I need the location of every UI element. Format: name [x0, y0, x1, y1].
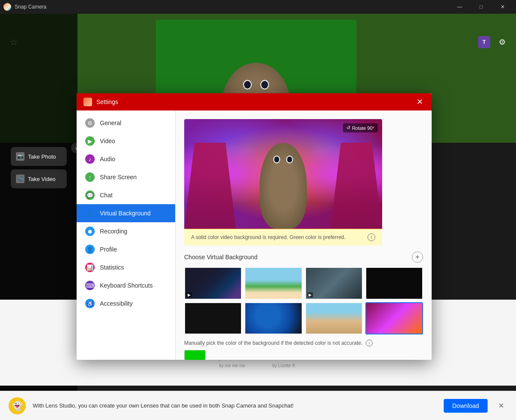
- download-button[interactable]: Download: [444, 399, 488, 413]
- settings-nav-share-screen[interactable]: ↑ Share Screen: [77, 168, 175, 186]
- lens-studio-icon: 👻: [9, 397, 26, 414]
- general-icon: ⚙: [85, 118, 95, 128]
- audio-label: Audio: [100, 156, 115, 162]
- vbg-black: [185, 303, 241, 334]
- close-button[interactable]: ✕: [493, 0, 513, 14]
- settings-nav-keyboard-shortcuts[interactable]: ⌨ Keyboard Shortcuts: [77, 276, 175, 294]
- vbg-earth: [245, 303, 301, 334]
- accessibility-icon: ♿: [85, 299, 95, 308]
- settings-nav-recording[interactable]: ⏺ Recording: [77, 222, 175, 240]
- take-video-label: Take Video: [28, 176, 56, 182]
- app-title: Snap Camera: [15, 4, 46, 10]
- twitch-button[interactable]: T: [478, 36, 490, 48]
- virtual-background-grid: ▶ ▶: [184, 267, 423, 334]
- settings-nav-accessibility[interactable]: ♿ Accessibility: [77, 294, 175, 313]
- maximize-button[interactable]: □: [471, 0, 491, 14]
- recording-label: Recording: [100, 228, 127, 235]
- chat-label: Chat: [100, 192, 113, 199]
- vbg-thumb-4[interactable]: [184, 302, 242, 335]
- video-indicator-2: ▶: [307, 292, 313, 297]
- profile-icon: 👤: [85, 245, 95, 254]
- settings-modal: Settings ✕ ⚙ General ▶ Video ♪ Audio: [77, 93, 432, 360]
- warning-bar: A solid color video background is requir…: [184, 229, 382, 245]
- recording-icon: ⏺: [85, 227, 95, 236]
- vbg-thumb-6[interactable]: [305, 302, 363, 335]
- settings-logo-icon: [83, 98, 92, 106]
- settings-nav-chat[interactable]: 💬 Chat: [77, 186, 175, 204]
- potato-eyes: [243, 80, 269, 89]
- potato-eye-left: [243, 80, 252, 89]
- settings-close-button[interactable]: ✕: [414, 97, 425, 107]
- left-figure: [184, 143, 236, 229]
- rotate-icon: ↺: [346, 125, 350, 131]
- notification-bar: 👻 With Lens Studio, you can create your …: [0, 391, 516, 420]
- center-potato-figure: [260, 143, 307, 229]
- take-photo-label: Take Photo: [28, 153, 56, 160]
- color-swatch-container: [184, 350, 423, 360]
- color-info-icon[interactable]: i: [366, 340, 373, 346]
- vbg-thumb-3[interactable]: [365, 267, 423, 300]
- virtual-background-icon: 👤: [85, 208, 95, 218]
- vbg-thumb-1[interactable]: [244, 267, 302, 300]
- notification-text: With Lens Studio, you can create your ow…: [33, 402, 437, 409]
- settings-nav-profile[interactable]: 👤 Profile: [77, 240, 175, 258]
- virtual-background-label: Virtual Background: [100, 210, 151, 217]
- vbg-beach: [245, 268, 301, 299]
- settings-content-area: ↺ Rotate 90° A solid color video backgro…: [176, 110, 432, 360]
- settings-header: Settings ✕: [77, 93, 432, 110]
- vbg-dark: [366, 268, 422, 299]
- video-label: Video: [100, 138, 115, 144]
- title-bar-left: Snap Camera: [3, 3, 46, 11]
- choose-vbg-header: Choose Virtual Background +: [184, 251, 423, 263]
- settings-nav-virtual-background[interactable]: 👤 Virtual Background: [77, 204, 175, 222]
- camera-icon: 📷: [16, 152, 25, 161]
- warning-text: A solid color video background is requir…: [191, 234, 346, 240]
- settings-nav-audio[interactable]: ♪ Audio: [77, 150, 175, 168]
- color-picker-row: Manually pick the color of the backgroun…: [184, 340, 423, 346]
- warning-info-icon[interactable]: i: [368, 233, 375, 241]
- preview-figures: [184, 143, 382, 229]
- statistics-icon: 📊: [85, 263, 95, 272]
- rotate-button[interactable]: ↺ Rotate 90°: [343, 123, 378, 132]
- profile-label: Profile: [100, 246, 117, 253]
- vbg-active: [366, 303, 422, 334]
- settings-title: Settings: [96, 98, 118, 105]
- keyboard-shortcuts-label: Keyboard Shortcuts: [100, 282, 153, 289]
- settings-body: ⚙ General ▶ Video ♪ Audio ↑ Share Screen…: [77, 110, 432, 360]
- rotate-label: Rotate 90°: [352, 126, 374, 131]
- settings-nav-general[interactable]: ⚙ General: [77, 114, 175, 132]
- vbg-thumb-7[interactable]: [365, 302, 423, 335]
- settings-nav-statistics[interactable]: 📊 Statistics: [77, 258, 175, 276]
- settings-nav-video[interactable]: ▶ Video: [77, 132, 175, 150]
- lens-author-1: by Lizette ®: [272, 363, 295, 368]
- app-body: ☆ T ⚙ ∨ 📷 Take Photo 📹 Take Video potato…: [0, 14, 516, 420]
- vbg-thumb-2[interactable]: ▶: [305, 267, 363, 300]
- notification-close-button[interactable]: ✕: [494, 399, 507, 412]
- statistics-label: Statistics: [100, 264, 124, 271]
- virtual-background-preview-container: ↺ Rotate 90° A solid color video backgro…: [184, 119, 382, 245]
- keyboard-icon: ⌨: [85, 281, 95, 290]
- general-label: General: [100, 120, 121, 126]
- add-background-button[interactable]: +: [412, 251, 423, 263]
- vbg-thumb-5[interactable]: [244, 302, 302, 335]
- video-nav-icon: ▶: [85, 136, 95, 146]
- take-photo-button[interactable]: 📷 Take Photo: [11, 147, 67, 166]
- title-bar-controls: — □ ✕: [450, 0, 513, 14]
- take-video-button[interactable]: 📹 Take Video: [11, 169, 67, 188]
- potato-eye-right: [260, 80, 269, 89]
- vbg-thumb-0[interactable]: ▶: [184, 267, 242, 300]
- color-swatch[interactable]: [184, 350, 206, 360]
- settings-sidebar: ⚙ General ▶ Video ♪ Audio ↑ Share Screen…: [77, 110, 176, 360]
- accessibility-label: Accessibility: [100, 300, 133, 307]
- minimize-button[interactable]: —: [450, 0, 470, 14]
- right-figure: [331, 143, 382, 229]
- lens-author-0: by me me me: [219, 363, 245, 368]
- chat-icon: 💬: [85, 190, 95, 200]
- app-settings-button[interactable]: ⚙: [495, 35, 509, 49]
- choose-vbg-label: Choose Virtual Background: [184, 254, 257, 261]
- share-screen-label: Share Screen: [100, 174, 137, 181]
- share-screen-icon: ↑: [85, 172, 95, 182]
- title-bar: Snap Camera — □ ✕: [0, 0, 516, 14]
- vbg-aurora: [185, 268, 241, 299]
- vbg-office: [306, 268, 362, 299]
